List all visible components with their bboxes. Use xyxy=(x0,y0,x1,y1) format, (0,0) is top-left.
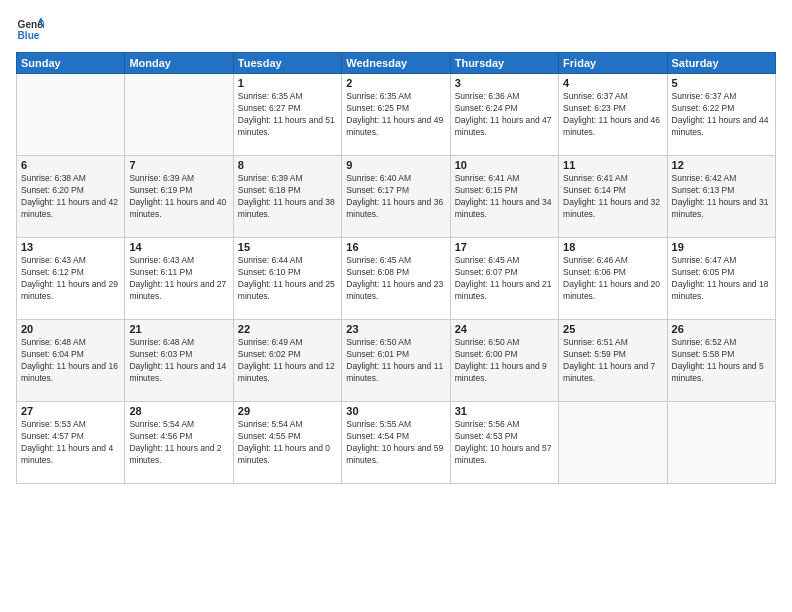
calendar-cell: 31Sunrise: 5:56 AM Sunset: 4:53 PM Dayli… xyxy=(450,402,558,484)
header: General Blue xyxy=(16,16,776,44)
day-number: 17 xyxy=(455,241,554,253)
calendar-cell xyxy=(17,74,125,156)
day-number: 31 xyxy=(455,405,554,417)
calendar-cell: 24Sunrise: 6:50 AM Sunset: 6:00 PM Dayli… xyxy=(450,320,558,402)
day-info: Sunrise: 6:50 AM Sunset: 6:00 PM Dayligh… xyxy=(455,337,554,385)
calendar-cell: 8Sunrise: 6:39 AM Sunset: 6:18 PM Daylig… xyxy=(233,156,341,238)
day-info: Sunrise: 6:50 AM Sunset: 6:01 PM Dayligh… xyxy=(346,337,445,385)
day-number: 20 xyxy=(21,323,120,335)
calendar-cell: 1Sunrise: 6:35 AM Sunset: 6:27 PM Daylig… xyxy=(233,74,341,156)
day-info: Sunrise: 6:40 AM Sunset: 6:17 PM Dayligh… xyxy=(346,173,445,221)
day-info: Sunrise: 6:49 AM Sunset: 6:02 PM Dayligh… xyxy=(238,337,337,385)
day-info: Sunrise: 6:41 AM Sunset: 6:15 PM Dayligh… xyxy=(455,173,554,221)
day-number: 6 xyxy=(21,159,120,171)
day-info: Sunrise: 6:45 AM Sunset: 6:08 PM Dayligh… xyxy=(346,255,445,303)
day-info: Sunrise: 6:41 AM Sunset: 6:14 PM Dayligh… xyxy=(563,173,662,221)
calendar-cell: 7Sunrise: 6:39 AM Sunset: 6:19 PM Daylig… xyxy=(125,156,233,238)
day-number: 3 xyxy=(455,77,554,89)
day-number: 5 xyxy=(672,77,771,89)
day-number: 25 xyxy=(563,323,662,335)
weekday-header-row: SundayMondayTuesdayWednesdayThursdayFrid… xyxy=(17,53,776,74)
logo-icon: General Blue xyxy=(16,16,44,44)
calendar-cell: 3Sunrise: 6:36 AM Sunset: 6:24 PM Daylig… xyxy=(450,74,558,156)
calendar-cell xyxy=(125,74,233,156)
calendar-cell: 29Sunrise: 5:54 AM Sunset: 4:55 PM Dayli… xyxy=(233,402,341,484)
day-info: Sunrise: 6:39 AM Sunset: 6:18 PM Dayligh… xyxy=(238,173,337,221)
day-number: 9 xyxy=(346,159,445,171)
calendar-cell: 6Sunrise: 6:38 AM Sunset: 6:20 PM Daylig… xyxy=(17,156,125,238)
day-number: 18 xyxy=(563,241,662,253)
day-number: 23 xyxy=(346,323,445,335)
week-row-4: 20Sunrise: 6:48 AM Sunset: 6:04 PM Dayli… xyxy=(17,320,776,402)
day-info: Sunrise: 5:54 AM Sunset: 4:56 PM Dayligh… xyxy=(129,419,228,467)
day-info: Sunrise: 6:36 AM Sunset: 6:24 PM Dayligh… xyxy=(455,91,554,139)
calendar-cell: 21Sunrise: 6:48 AM Sunset: 6:03 PM Dayli… xyxy=(125,320,233,402)
calendar-cell: 25Sunrise: 6:51 AM Sunset: 5:59 PM Dayli… xyxy=(559,320,667,402)
day-info: Sunrise: 6:35 AM Sunset: 6:27 PM Dayligh… xyxy=(238,91,337,139)
day-number: 14 xyxy=(129,241,228,253)
calendar-cell: 10Sunrise: 6:41 AM Sunset: 6:15 PM Dayli… xyxy=(450,156,558,238)
day-info: Sunrise: 6:42 AM Sunset: 6:13 PM Dayligh… xyxy=(672,173,771,221)
week-row-2: 6Sunrise: 6:38 AM Sunset: 6:20 PM Daylig… xyxy=(17,156,776,238)
day-number: 7 xyxy=(129,159,228,171)
calendar-cell: 4Sunrise: 6:37 AM Sunset: 6:23 PM Daylig… xyxy=(559,74,667,156)
day-info: Sunrise: 6:52 AM Sunset: 5:58 PM Dayligh… xyxy=(672,337,771,385)
day-info: Sunrise: 6:43 AM Sunset: 6:11 PM Dayligh… xyxy=(129,255,228,303)
calendar-cell: 5Sunrise: 6:37 AM Sunset: 6:22 PM Daylig… xyxy=(667,74,775,156)
day-info: Sunrise: 6:35 AM Sunset: 6:25 PM Dayligh… xyxy=(346,91,445,139)
day-info: Sunrise: 6:37 AM Sunset: 6:22 PM Dayligh… xyxy=(672,91,771,139)
calendar-cell: 12Sunrise: 6:42 AM Sunset: 6:13 PM Dayli… xyxy=(667,156,775,238)
calendar-cell: 9Sunrise: 6:40 AM Sunset: 6:17 PM Daylig… xyxy=(342,156,450,238)
day-info: Sunrise: 5:55 AM Sunset: 4:54 PM Dayligh… xyxy=(346,419,445,467)
day-number: 4 xyxy=(563,77,662,89)
day-number: 16 xyxy=(346,241,445,253)
weekday-header-saturday: Saturday xyxy=(667,53,775,74)
day-number: 27 xyxy=(21,405,120,417)
logo: General Blue xyxy=(16,16,44,44)
day-number: 30 xyxy=(346,405,445,417)
weekday-header-friday: Friday xyxy=(559,53,667,74)
day-info: Sunrise: 5:56 AM Sunset: 4:53 PM Dayligh… xyxy=(455,419,554,467)
day-number: 10 xyxy=(455,159,554,171)
day-number: 19 xyxy=(672,241,771,253)
calendar-cell: 20Sunrise: 6:48 AM Sunset: 6:04 PM Dayli… xyxy=(17,320,125,402)
weekday-header-thursday: Thursday xyxy=(450,53,558,74)
day-number: 2 xyxy=(346,77,445,89)
week-row-1: 1Sunrise: 6:35 AM Sunset: 6:27 PM Daylig… xyxy=(17,74,776,156)
week-row-5: 27Sunrise: 5:53 AM Sunset: 4:57 PM Dayli… xyxy=(17,402,776,484)
calendar-cell xyxy=(667,402,775,484)
svg-text:Blue: Blue xyxy=(18,30,40,41)
day-info: Sunrise: 6:44 AM Sunset: 6:10 PM Dayligh… xyxy=(238,255,337,303)
calendar-cell: 26Sunrise: 6:52 AM Sunset: 5:58 PM Dayli… xyxy=(667,320,775,402)
day-number: 21 xyxy=(129,323,228,335)
day-info: Sunrise: 6:39 AM Sunset: 6:19 PM Dayligh… xyxy=(129,173,228,221)
calendar-cell: 23Sunrise: 6:50 AM Sunset: 6:01 PM Dayli… xyxy=(342,320,450,402)
calendar-cell: 19Sunrise: 6:47 AM Sunset: 6:05 PM Dayli… xyxy=(667,238,775,320)
calendar-cell: 27Sunrise: 5:53 AM Sunset: 4:57 PM Dayli… xyxy=(17,402,125,484)
day-info: Sunrise: 6:45 AM Sunset: 6:07 PM Dayligh… xyxy=(455,255,554,303)
calendar-cell: 14Sunrise: 6:43 AM Sunset: 6:11 PM Dayli… xyxy=(125,238,233,320)
day-info: Sunrise: 6:46 AM Sunset: 6:06 PM Dayligh… xyxy=(563,255,662,303)
day-number: 26 xyxy=(672,323,771,335)
day-number: 22 xyxy=(238,323,337,335)
calendar-table: SundayMondayTuesdayWednesdayThursdayFrid… xyxy=(16,52,776,484)
calendar-cell: 17Sunrise: 6:45 AM Sunset: 6:07 PM Dayli… xyxy=(450,238,558,320)
day-info: Sunrise: 6:47 AM Sunset: 6:05 PM Dayligh… xyxy=(672,255,771,303)
day-number: 13 xyxy=(21,241,120,253)
day-info: Sunrise: 6:43 AM Sunset: 6:12 PM Dayligh… xyxy=(21,255,120,303)
calendar-cell: 15Sunrise: 6:44 AM Sunset: 6:10 PM Dayli… xyxy=(233,238,341,320)
day-info: Sunrise: 6:51 AM Sunset: 5:59 PM Dayligh… xyxy=(563,337,662,385)
day-number: 12 xyxy=(672,159,771,171)
calendar-cell: 30Sunrise: 5:55 AM Sunset: 4:54 PM Dayli… xyxy=(342,402,450,484)
calendar-cell: 13Sunrise: 6:43 AM Sunset: 6:12 PM Dayli… xyxy=(17,238,125,320)
calendar-cell xyxy=(559,402,667,484)
weekday-header-wednesday: Wednesday xyxy=(342,53,450,74)
day-number: 15 xyxy=(238,241,337,253)
day-number: 28 xyxy=(129,405,228,417)
weekday-header-monday: Monday xyxy=(125,53,233,74)
calendar-cell: 22Sunrise: 6:49 AM Sunset: 6:02 PM Dayli… xyxy=(233,320,341,402)
calendar-cell: 11Sunrise: 6:41 AM Sunset: 6:14 PM Dayli… xyxy=(559,156,667,238)
week-row-3: 13Sunrise: 6:43 AM Sunset: 6:12 PM Dayli… xyxy=(17,238,776,320)
day-info: Sunrise: 5:53 AM Sunset: 4:57 PM Dayligh… xyxy=(21,419,120,467)
day-info: Sunrise: 6:48 AM Sunset: 6:03 PM Dayligh… xyxy=(129,337,228,385)
